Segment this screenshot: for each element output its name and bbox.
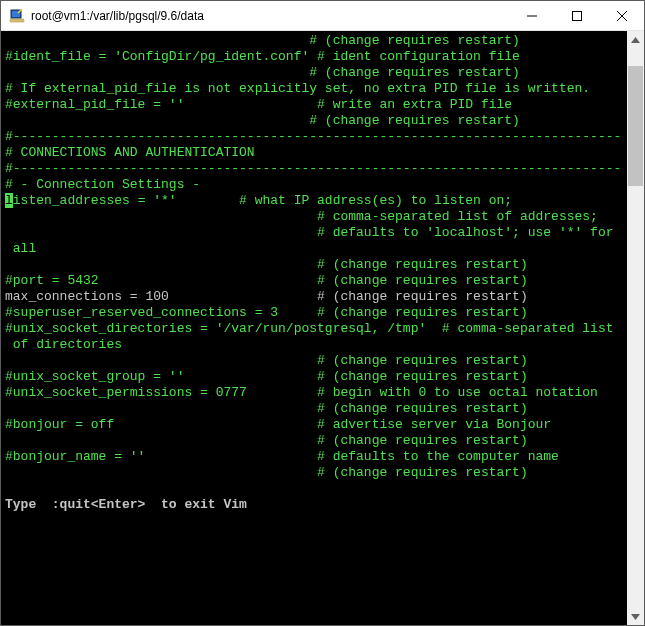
svg-rect-5: [572, 11, 581, 20]
terminal-line: #---------------------------------------…: [5, 161, 625, 177]
scroll-thumb[interactable]: [628, 66, 643, 186]
terminal-window: root@vm1:/var/lib/pgsql/9.6/data # (chan…: [0, 0, 645, 626]
terminal-line: #unix_socket_permissions = 0777 # begin …: [5, 385, 625, 401]
svg-rect-2: [10, 19, 24, 22]
terminal-line: # If external_pid_file is not explicitly…: [5, 81, 625, 97]
close-button[interactable]: [599, 1, 644, 30]
terminal-line: # (change requires restart): [5, 113, 625, 129]
terminal-content[interactable]: # (change requires restart)#ident_file =…: [1, 31, 627, 625]
terminal-line: #---------------------------------------…: [5, 129, 625, 145]
terminal-line: # (change requires restart): [5, 401, 625, 417]
terminal-area: # (change requires restart)#ident_file =…: [1, 31, 644, 625]
terminal-line: # (change requires restart): [5, 433, 625, 449]
terminal-line: max_connections = 100 # (change requires…: [5, 289, 625, 305]
maximize-button[interactable]: [554, 1, 599, 30]
terminal-line: # - Connection Settings -: [5, 177, 625, 193]
terminal-line: # comma-separated list of addresses;: [5, 209, 625, 225]
vim-status-line: Type :quit<Enter> to exit Vim: [5, 497, 625, 513]
terminal-line: listen_addresses = '*' # what IP address…: [5, 193, 625, 209]
terminal-line: #external_pid_file = '' # write an extra…: [5, 97, 625, 113]
terminal-line: #unix_socket_directories = '/var/run/pos…: [5, 321, 625, 337]
terminal-line: #bonjour_name = '' # defaults to the com…: [5, 449, 625, 465]
putty-icon: [9, 8, 25, 24]
scroll-down-button[interactable]: [627, 608, 644, 625]
title-bar[interactable]: root@vm1:/var/lib/pgsql/9.6/data: [1, 1, 644, 31]
terminal-line: #superuser_reserved_connections = 3 # (c…: [5, 305, 625, 321]
scroll-track[interactable]: [627, 48, 644, 608]
scroll-up-button[interactable]: [627, 31, 644, 48]
terminal-line: all: [5, 241, 625, 257]
terminal-line: of directories: [5, 337, 625, 353]
terminal-line: # (change requires restart): [5, 465, 625, 481]
terminal-line: # (change requires restart): [5, 257, 625, 273]
svg-marker-9: [631, 614, 640, 620]
terminal-line: # defaults to 'localhost'; use '*' for: [5, 225, 625, 241]
terminal-line: #bonjour = off # advertise server via Bo…: [5, 417, 625, 433]
terminal-line: #unix_socket_group = '' # (change requir…: [5, 369, 625, 385]
minimize-button[interactable]: [509, 1, 554, 30]
terminal-line: # (change requires restart): [5, 33, 625, 49]
cursor: l: [5, 193, 13, 208]
window-title: root@vm1:/var/lib/pgsql/9.6/data: [31, 9, 509, 23]
terminal-line: # (change requires restart): [5, 65, 625, 81]
terminal-line: #port = 5432 # (change requires restart): [5, 273, 625, 289]
scrollbar[interactable]: [627, 31, 644, 625]
svg-marker-8: [631, 37, 640, 43]
terminal-line: # CONNECTIONS AND AUTHENTICATION: [5, 145, 625, 161]
terminal-line: # (change requires restart): [5, 353, 625, 369]
terminal-line: #ident_file = 'ConfigDir/pg_ident.conf' …: [5, 49, 625, 65]
